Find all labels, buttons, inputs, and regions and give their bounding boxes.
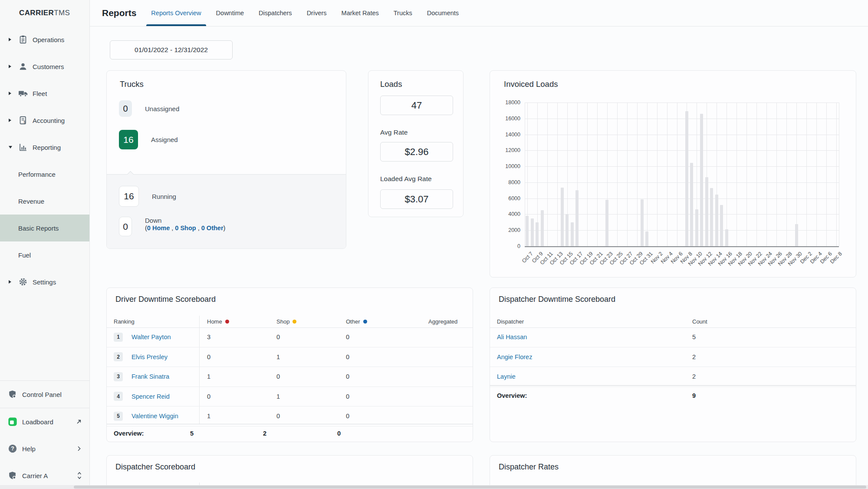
clipboard-icon xyxy=(18,35,28,44)
select-chevrons-icon xyxy=(76,471,82,480)
column-header-label: Shop xyxy=(276,318,289,325)
grid-line xyxy=(525,150,839,151)
sidebar-item-settings[interactable]: Settings xyxy=(0,268,89,295)
y-axis-tick-label: 2000 xyxy=(490,227,520,233)
tab-trucks[interactable]: Trucks xyxy=(394,0,412,26)
dispatcher-scoreboard-title: Dispatcher Scoreboard xyxy=(115,463,195,472)
sidebar-item-reporting[interactable]: Reporting xyxy=(0,134,89,161)
grid-line xyxy=(816,102,817,246)
chevron-right-icon xyxy=(9,65,18,68)
chevron-right-icon xyxy=(9,280,18,284)
column-header-shop: Shop xyxy=(269,318,338,325)
caret-shape xyxy=(9,38,11,41)
count-cell: 2 xyxy=(684,354,856,360)
horizontal-scrollbar-thumb[interactable] xyxy=(74,486,866,489)
value-cell: 1 xyxy=(199,413,269,420)
table-row: Angie Florez2 xyxy=(490,347,856,367)
down-0-home-link[interactable]: 0 Home xyxy=(147,225,170,231)
unassigned-label: Unassigned xyxy=(145,105,179,112)
sidebar-item-fuel[interactable]: Fuel xyxy=(0,241,89,268)
grid-line xyxy=(746,102,747,246)
value-cell: 0 xyxy=(338,393,421,400)
value-cell: 0 xyxy=(338,373,421,380)
brand-bold: CARRIER xyxy=(19,9,54,17)
bar-chart-icon xyxy=(18,142,28,152)
tab-dispatchers[interactable]: Dispatchers xyxy=(259,0,292,26)
down-0-shop-link[interactable]: 0 Shop xyxy=(175,225,196,231)
sidebar-nav: OperationsCustomersFleet$AccountingRepor… xyxy=(0,26,89,295)
chart-bar xyxy=(720,205,723,246)
y-axis-tick-label: 10000 xyxy=(490,163,520,169)
sidebar-item-label: Help xyxy=(22,445,36,453)
rank-badge: 4 xyxy=(114,392,123,401)
shield-icon xyxy=(8,471,17,480)
sidebar-item-label: Settings xyxy=(33,278,56,286)
chart-bar xyxy=(536,222,539,246)
running-count-badge: 16 xyxy=(119,186,139,207)
sidebar-item-operations[interactable]: Operations xyxy=(0,26,89,53)
horizontal-scrollbar xyxy=(0,485,868,489)
avg-rate-box: $2.96 xyxy=(380,142,453,162)
tab-reports-overview[interactable]: Reports Overview xyxy=(151,0,201,26)
page-header: Reports Reports OverviewDowntimeDispatch… xyxy=(90,0,868,26)
external-link-icon xyxy=(76,418,82,425)
dispatcher-link[interactable]: Ali Hassan xyxy=(497,334,527,340)
avg-rate-label: Avg Rate xyxy=(380,129,408,136)
chart-bar xyxy=(795,224,798,246)
grid-line xyxy=(677,102,677,246)
sidebar-item-help[interactable]: ?Help xyxy=(0,435,89,462)
tab-downtime[interactable]: Downtime xyxy=(216,0,244,26)
sidebar-item-basic-reports[interactable]: Basic Reports xyxy=(0,215,89,241)
tab-drivers[interactable]: Drivers xyxy=(307,0,327,26)
down-0-other-link[interactable]: 0 Other xyxy=(201,225,224,231)
rank-badge: 1 xyxy=(114,333,123,342)
sidebar-item-revenue[interactable]: Revenue xyxy=(0,188,89,215)
breakdown-notch xyxy=(127,171,134,178)
driver-link[interactable]: Elvis Presley xyxy=(132,354,168,360)
table-row: 2Elvis Presley010 xyxy=(107,347,473,367)
column-header-other: Other xyxy=(338,318,421,325)
dispatcher-link[interactable]: Angie Florez xyxy=(497,354,532,360)
chevron-right-icon xyxy=(9,119,18,122)
ranking-cell: 3Frank Sinatra xyxy=(107,372,199,381)
sidebar-item-label: Basic Reports xyxy=(18,225,59,232)
overview-label: Overview: xyxy=(497,392,527,399)
tab-documents[interactable]: Documents xyxy=(427,0,459,26)
running-label: Running xyxy=(152,193,176,200)
sidebar-item-label: Control Panel xyxy=(22,391,62,398)
ranking-cell: 4Spencer Reid xyxy=(107,392,199,401)
ranking-cell: 1Walter Payton xyxy=(107,333,199,342)
driver-link[interactable]: Spencer Reid xyxy=(132,393,170,400)
grid-line xyxy=(525,182,839,183)
column-header-label: Other xyxy=(346,318,360,325)
person-icon xyxy=(18,62,28,71)
column-header-aggregated: Aggregated xyxy=(421,318,473,325)
sidebar-item-control-panel[interactable]: Control Panel xyxy=(0,381,89,408)
sidebar-item-fleet[interactable]: Fleet xyxy=(0,80,89,107)
sidebar-item-performance[interactable]: Performance xyxy=(0,161,89,188)
sidebar-item-label: Revenue xyxy=(18,198,44,205)
truck-icon xyxy=(18,89,29,98)
dispatcher-link[interactable]: Laynie xyxy=(497,373,516,380)
table-row: 5Valentine Wiggin100 xyxy=(107,406,473,426)
legend-dot xyxy=(293,320,296,324)
ranking-cell: 5Valentine Wiggin xyxy=(107,412,199,421)
date-range-input[interactable]: 01/01/2022 - 12/31/2022 xyxy=(110,40,233,59)
sidebar-item-customers[interactable]: Customers xyxy=(0,53,89,80)
dispatcher-cell: Laynie xyxy=(490,373,684,380)
value-cell: 0 xyxy=(338,413,421,420)
driver-overview-row: Overview: 5 2 0 xyxy=(107,424,473,443)
grid-line xyxy=(587,102,588,246)
bar-chart-icon xyxy=(18,142,28,152)
driver-link[interactable]: Frank Sinatra xyxy=(132,373,169,380)
tab-market-rates[interactable]: Market Rates xyxy=(342,0,379,26)
sidebar-item-loadboard[interactable]: Loadboard xyxy=(0,408,89,435)
chart-bar xyxy=(715,195,718,246)
value-cell: 1 xyxy=(199,373,269,380)
gear-icon xyxy=(18,277,28,287)
driver-link[interactable]: Valentine Wiggin xyxy=(132,413,178,420)
sidebar-item-accounting[interactable]: $Accounting xyxy=(0,107,89,134)
caret-shape xyxy=(9,65,11,68)
driver-link[interactable]: Walter Payton xyxy=(132,334,171,340)
driver-table-body: 1Walter Payton3002Elvis Presley0103Frank… xyxy=(107,327,473,426)
